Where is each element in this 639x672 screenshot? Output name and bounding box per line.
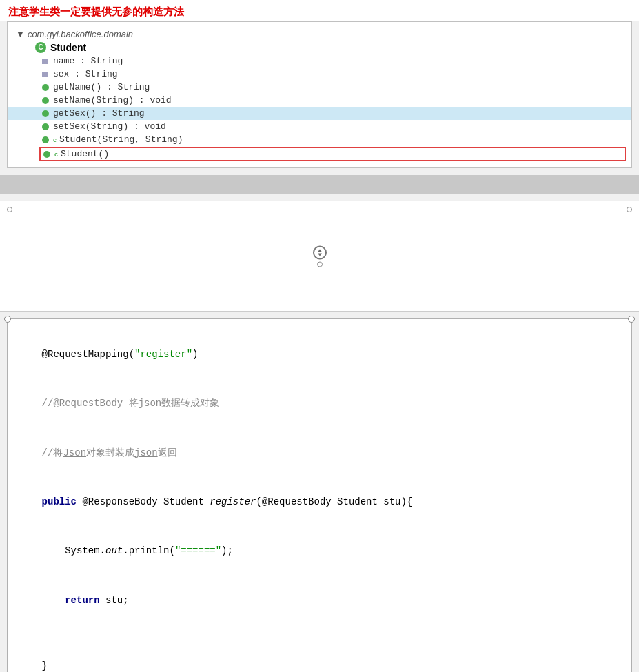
gray-divider xyxy=(0,175,639,194)
code-comment2-text: //将Json对象封装成json返回 xyxy=(42,447,177,458)
code-line-annotation: @RequestMapping("register") xyxy=(19,330,620,379)
code-line-return: return stu; xyxy=(19,576,620,625)
field-bullet-sex xyxy=(42,72,48,77)
class-diagram-panel: ▼ com.gyl.backoffice.domain C Student na… xyxy=(7,21,632,168)
method-setname: setName(String) : void xyxy=(8,94,631,107)
method-bullet-setsex xyxy=(42,123,49,130)
package-row: ▼ com.gyl.backoffice.domain xyxy=(8,28,631,41)
class-name: Student xyxy=(50,42,86,53)
method-setname-text: setName(String) : void xyxy=(53,95,172,105)
constructor-c-sup-param: c xyxy=(53,136,57,143)
code-comment1-text: //@RequestBody 将json数据转成对象 xyxy=(42,398,220,409)
method-bullet-getsex xyxy=(42,110,49,117)
code-out: out xyxy=(105,545,123,556)
code-line-method: public @ResponseBody Student register(@R… xyxy=(19,478,620,527)
method-bullet-setname xyxy=(42,97,49,104)
method-getname: getName() : String xyxy=(8,81,631,94)
method-setsex-text: setSex(String) : void xyxy=(53,121,166,132)
svg-marker-0 xyxy=(318,249,322,252)
corner-tr xyxy=(628,316,635,323)
code-line-comment2: //将Json对象封装成json返回 xyxy=(19,429,620,478)
drag-handle[interactable] xyxy=(313,245,327,267)
separator-area[interactable] xyxy=(0,201,639,312)
code-println-close: ); xyxy=(221,545,233,556)
field-bullet-name xyxy=(42,59,48,64)
code-system: System. xyxy=(42,545,105,556)
constructor-default: c Student() xyxy=(39,147,626,161)
code-line-close: } xyxy=(19,642,620,672)
corner-tl xyxy=(4,316,11,323)
constructor-param-text: Student(String, String) xyxy=(59,134,183,145)
code-return-val: stu; xyxy=(100,595,129,606)
resize-icon[interactable] xyxy=(313,245,327,259)
svg-marker-1 xyxy=(318,253,322,256)
code-method-name: register xyxy=(210,496,256,507)
method-getsex: getSex() : String xyxy=(8,107,631,120)
top-annotation: 注意学生类一定要提供无参的构造方法 xyxy=(0,0,639,21)
constructor-bullet-default xyxy=(43,151,50,158)
corner-circle-tl xyxy=(7,207,12,212)
code-line-body1: System.out.println("======"); xyxy=(19,527,620,576)
constructor-bullet-param xyxy=(42,136,49,143)
expand-icon: ▼ xyxy=(16,29,25,39)
code-indent xyxy=(42,595,65,606)
code-annotation-close: ) xyxy=(192,349,198,360)
constructor-parameterized: c Student(String, String) xyxy=(8,133,631,146)
drag-circle-bottom xyxy=(317,261,323,267)
field-sex: sex : String xyxy=(8,68,631,81)
code-println-val: "======" xyxy=(175,545,221,556)
code-line-comment1: //@RequestBody 将json数据转成对象 xyxy=(19,379,620,428)
field-name: name : String xyxy=(8,54,631,68)
method-setsex: setSex(String) : void xyxy=(8,120,631,133)
code-return-kw: return xyxy=(65,595,99,606)
code-annotation-at: @RequestMapping( xyxy=(42,349,134,360)
code-line-empty xyxy=(19,625,620,642)
class-icon: C xyxy=(35,42,46,53)
code-keyword-public: public xyxy=(42,496,77,507)
method-bullet-getname xyxy=(42,84,49,91)
code-println: .println( xyxy=(123,545,175,556)
field-sex-text: sex : String xyxy=(53,69,118,79)
constructor-c-sup-default: c xyxy=(54,151,58,158)
constructor-default-text: Student() xyxy=(61,149,109,159)
code-response-body: @ResponseBody Student xyxy=(77,496,210,507)
method-getname-text: getName() : String xyxy=(53,82,150,92)
corner-circle-tr xyxy=(627,207,632,212)
method-getsex-text: getSex() : String xyxy=(53,108,145,119)
code-panel: @RequestMapping("register") //@RequestBo… xyxy=(7,318,632,672)
package-name: com.gyl.backoffice.domain xyxy=(28,29,133,39)
code-close-brace: } xyxy=(42,660,48,671)
code-method-params: (@RequestBody Student stu){ xyxy=(256,496,412,507)
code-annotation-val: "register" xyxy=(134,349,192,360)
class-row: C Student xyxy=(8,41,631,54)
field-name-text: name : String xyxy=(53,56,123,66)
